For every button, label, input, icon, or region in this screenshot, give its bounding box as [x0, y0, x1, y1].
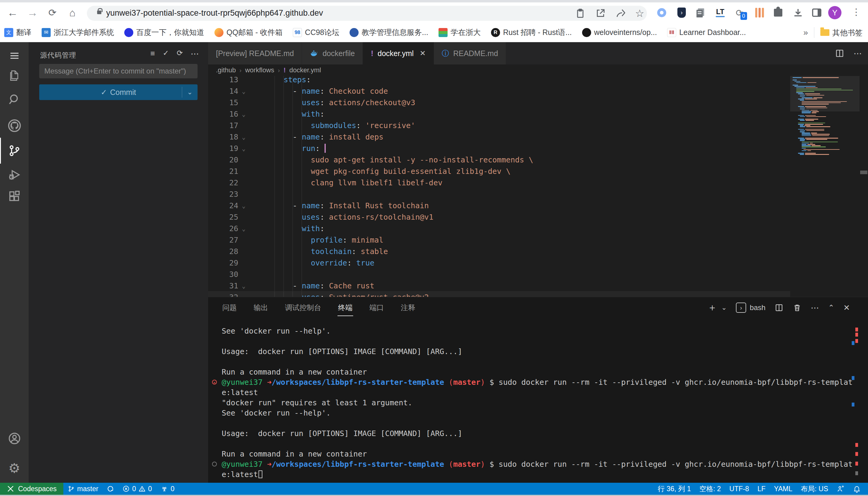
code-line[interactable]: 24⌄ - name: Install Rust toolchain [208, 200, 790, 212]
editor-more-icon[interactable]: ⋯ [854, 48, 862, 59]
panel-tab[interactable]: 调试控制台 [284, 299, 322, 317]
kill-terminal-icon[interactable] [793, 303, 802, 312]
panel-tab[interactable]: 注释 [400, 299, 416, 317]
code-line[interactable]: 27 profile: minimal [208, 234, 790, 246]
code-line[interactable]: 14⌄ - name: Checkout code [208, 86, 790, 97]
panel-tab[interactable]: 端口 [369, 299, 385, 317]
bookmark-item[interactable]: QQ邮箱 - 收件箱 [214, 27, 283, 37]
profile-avatar[interactable]: Y [828, 6, 841, 19]
commit-check-icon[interactable]: ✓ [163, 49, 169, 59]
feedback-icon[interactable] [833, 483, 849, 495]
close-tab-icon[interactable]: ✕ [420, 49, 426, 58]
terminal-output[interactable]: See 'docker run --help'.Usage: docker ru… [208, 324, 859, 483]
indentation[interactable]: 空格: 2 [695, 483, 725, 495]
extension-ring-icon[interactable] [656, 6, 668, 19]
notifications-bell-icon[interactable] [849, 483, 865, 495]
fold-chevron-icon[interactable]: ⌄ [242, 223, 245, 234]
extensions-puzzle-icon[interactable] [772, 6, 784, 19]
problems-indicator[interactable]: 0 0 [118, 483, 156, 495]
close-panel-icon[interactable]: ✕ [843, 303, 850, 312]
code-line[interactable]: 32 uses: Swatinem/rust-cache@v2 [208, 292, 790, 297]
editor-tab[interactable]: !docker.yml✕ [363, 42, 434, 64]
keyboard-layout[interactable]: 布局: US [796, 483, 833, 495]
panel-tab[interactable]: 终端 [338, 299, 353, 317]
bookmark-item[interactable]: 教学管理信息服务... [349, 27, 428, 37]
account-icon[interactable] [0, 427, 29, 450]
home-icon[interactable]: ⌂ [65, 5, 80, 20]
terminal-shell-label[interactable]: bash [750, 304, 765, 312]
commit-message-input[interactable] [39, 64, 197, 78]
minimap[interactable] [790, 76, 859, 297]
code-line[interactable]: 18⌄ - name: install deps [208, 131, 790, 143]
editor-tab[interactable]: dockerfile [302, 42, 363, 64]
extensions-icon[interactable] [0, 184, 29, 208]
extension-notes-icon[interactable] [694, 6, 706, 19]
panel-tab[interactable]: 问题 [222, 299, 237, 317]
commit-dropdown[interactable]: ⌄ [182, 87, 197, 98]
code-line[interactable]: 29 override: true [208, 257, 790, 269]
cursor-position[interactable]: 行 36, 列 1 [654, 483, 695, 495]
source-control-icon[interactable] [0, 139, 29, 163]
forward-icon[interactable]: → [25, 5, 40, 20]
branch-indicator[interactable]: master [63, 483, 103, 495]
bookmark-item[interactable]: ✉浙江大学邮件系统 [42, 27, 114, 37]
bookmarks-overflow-icon[interactable]: » [803, 28, 808, 37]
code-line[interactable]: 26⌄ with: [208, 223, 790, 234]
panel-more-icon[interactable]: ⋯ [811, 303, 819, 313]
fold-chevron-icon[interactable]: ⌄ [242, 143, 245, 154]
bookmark-item[interactable]: weloveinterns/op... [582, 28, 657, 37]
github-icon[interactable] [0, 113, 29, 138]
code-line[interactable]: 28 toolchain: stable [208, 246, 790, 257]
explorer-icon[interactable] [0, 63, 29, 88]
refresh-icon[interactable]: ⟳ [177, 49, 183, 59]
code-line[interactable]: 25 uses: actions-rs/toolchain@v1 [208, 212, 790, 223]
code-line[interactable]: 23 [208, 189, 790, 200]
code-editor[interactable]: 13 steps:14⌄ - name: Checkout code15 use… [208, 76, 790, 297]
crayons-extension-icon[interactable] [753, 6, 765, 19]
editor-scrollbar[interactable] [859, 76, 868, 297]
code-line[interactable]: 21 wget pkg-config build-essential zlib1… [208, 166, 790, 177]
back-icon[interactable]: ← [5, 5, 20, 20]
bookmark-item[interactable]: 学在浙大 [438, 27, 481, 37]
maximize-panel-icon[interactable]: ⌃ [828, 304, 834, 312]
code-line[interactable]: 17 submodules: 'recursive' [208, 120, 790, 131]
new-terminal-icon[interactable]: ＋ [707, 301, 717, 314]
code-line[interactable]: 16⌄ with: [208, 108, 790, 120]
code-line[interactable]: 31⌄ - name: Cache rust [208, 280, 790, 292]
more-actions-icon[interactable]: ⋯ [191, 49, 199, 59]
clipboard-icon[interactable] [575, 8, 586, 19]
minimap-viewport[interactable] [790, 76, 859, 111]
bookmark-item[interactable]: 文翻译 [4, 27, 31, 37]
eol-sequence[interactable]: LF [753, 483, 770, 495]
split-editor-icon[interactable] [835, 48, 844, 58]
split-terminal-icon[interactable] [775, 303, 783, 312]
fold-chevron-icon[interactable]: ⌄ [242, 108, 245, 120]
fold-chevron-icon[interactable]: ⌄ [242, 280, 245, 292]
other-bookmarks[interactable]: 其他书签 [820, 28, 863, 38]
terminal-dropdown-icon[interactable]: ⌄ [721, 304, 727, 312]
code-line[interactable]: 19⌄ run: [208, 143, 790, 154]
reload-icon[interactable]: ⟳ [45, 5, 60, 20]
run-debug-icon[interactable] [0, 163, 29, 187]
sync-status[interactable] [103, 483, 118, 495]
extension-shield-icon[interactable]: › [676, 6, 688, 19]
remote-indicator[interactable]: Codespaces [0, 483, 63, 495]
code-line[interactable]: 13 steps: [208, 76, 790, 86]
downloads-icon[interactable] [792, 6, 804, 19]
search-icon[interactable] [0, 88, 29, 111]
breadcrumb-item[interactable]: workflows [245, 66, 274, 74]
fold-chevron-icon[interactable]: ⌄ [242, 200, 245, 212]
bookmark-star-icon[interactable]: ☆ [634, 8, 645, 19]
panel-tab[interactable]: 输出 [253, 299, 269, 317]
share-icon[interactable] [615, 8, 626, 19]
bookmark-item[interactable]: 百度一下，你就知道 [124, 27, 204, 37]
encoding[interactable]: UTF-8 [725, 483, 753, 495]
open-in-new-icon[interactable] [595, 8, 606, 19]
address-bar[interactable]: yunwei37-potential-space-trout-rpr5qwj66… [87, 6, 647, 21]
fold-chevron-icon[interactable]: ⌄ [242, 86, 245, 97]
sync-extension-icon[interactable]: ⟳0 [733, 6, 746, 19]
settings-gear-icon[interactable]: ⚙ [0, 456, 29, 480]
bookmark-item[interactable]: ‖‖Learner Dashboar... [667, 28, 746, 37]
commit-button[interactable]: ✓ Commit ⌄ [39, 84, 197, 100]
browser-menu-icon[interactable]: ⋮ [852, 6, 861, 17]
